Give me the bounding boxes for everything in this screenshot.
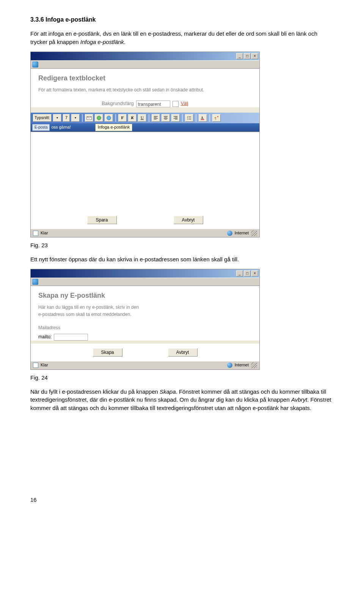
ie-icon	[32, 61, 38, 68]
font-select-dd[interactable]: ▾	[53, 114, 61, 122]
underline-button[interactable]: U	[138, 114, 146, 122]
format-toolbar: Typsnitt: ▾ 7 ▾ F K U A ¶	[31, 113, 259, 123]
window-content: Redigera textblocket För att formatera t…	[31, 69, 259, 107]
bg-input[interactable]: transparent	[136, 101, 170, 107]
background-color-row: Bakgrundsfärg transparent Välj	[102, 100, 188, 107]
svg-point-3	[187, 116, 188, 117]
clear-format-icon[interactable]: ¶	[212, 114, 221, 122]
text-editor-area[interactable]	[31, 132, 259, 211]
svg-point-4	[187, 118, 188, 118]
panel-sub-line2: e-postadress som skall ta emot meddeland…	[38, 311, 252, 318]
text-color-icon[interactable]: A	[199, 114, 207, 122]
window-content: Skapa ny E-postlänk Här kan du lägga til…	[31, 286, 259, 341]
window-min-button[interactable]: _	[236, 270, 243, 276]
globe-icon	[227, 363, 232, 368]
font-select[interactable]: Typsnitt:	[33, 114, 52, 122]
align-left-icon[interactable]	[152, 114, 160, 122]
window-edit-textblock: _ □ × Redigera textblocket För att forma…	[30, 52, 260, 237]
svg-rect-7	[201, 119, 204, 120]
button-row: Skapa Avbryt	[31, 344, 259, 361]
fig-23-label: Fig. 23	[30, 241, 334, 250]
bold-button[interactable]: F	[118, 114, 127, 122]
panel-title: Redigera textblocket	[38, 73, 252, 83]
document-icon	[33, 363, 38, 368]
svg-point-1	[97, 116, 101, 120]
italic-button[interactable]: K	[128, 114, 136, 122]
window-close-button[interactable]: ×	[251, 53, 258, 59]
document-icon	[33, 231, 38, 236]
bg-swatch[interactable]	[173, 101, 179, 107]
bullet-list-icon[interactable]	[185, 114, 193, 122]
p3d: Avbryt	[291, 396, 307, 403]
eposta-rest: oss gärna!	[51, 124, 71, 130]
page-number: 16	[30, 496, 334, 504]
insert-email-tooltip: Infoga e-postlänk	[95, 124, 132, 131]
status-right: Internet	[235, 362, 249, 368]
window-titlebar: _ □ ×	[31, 269, 259, 278]
insert-email-link-button[interactable]	[85, 114, 93, 122]
separator	[149, 114, 149, 122]
status-right: Internet	[235, 230, 249, 236]
eposta-chip[interactable]: E-posta	[32, 124, 50, 131]
p3b: Skapa	[160, 388, 176, 395]
status-bar: Klar Internet	[31, 361, 259, 369]
skapa-button[interactable]: Skapa	[93, 348, 122, 357]
status-left: Klar	[41, 362, 48, 368]
mailadress-label: Mailadress	[38, 325, 252, 331]
edit-row: E-posta oss gärna! Infoga e-postlänk	[31, 123, 259, 132]
paragraph-1: För att infoga en e-postlänk, dvs en län…	[30, 30, 334, 46]
mailto-label: mailto:	[38, 334, 52, 340]
button-row: Spara Avbryt	[31, 211, 259, 229]
panel-sub-line1: Här kan du lägga till en ny e-postlänk, …	[38, 304, 252, 311]
font-size-dd[interactable]: ▾	[71, 114, 80, 122]
mailto-input[interactable]	[54, 334, 88, 341]
bg-label: Bakgrundsfärg	[102, 100, 134, 107]
valj-link[interactable]: Välj	[181, 101, 188, 107]
p1-text-c: .	[124, 39, 126, 45]
svg-point-5	[187, 119, 188, 120]
globe-icon	[227, 231, 232, 236]
window-min-button[interactable]: _	[236, 53, 243, 59]
window-close-button[interactable]: ×	[251, 270, 258, 276]
window-addressbar	[31, 60, 259, 69]
p3a: När du fyllt i e-postadressen klickar du…	[30, 388, 160, 395]
svg-text:A: A	[201, 116, 204, 120]
avbryt-button[interactable]: Avbryt	[168, 348, 198, 357]
separator	[209, 114, 210, 122]
status-left: Klar	[41, 230, 48, 236]
window-titlebar: _ □ ×	[31, 52, 259, 60]
separator	[196, 114, 196, 122]
paragraph-3: När du fyllt i e-postadressen klickar du…	[30, 388, 334, 412]
status-bar: Klar Internet	[31, 229, 259, 237]
p1-text-b: Infoga e-postlänk	[80, 39, 124, 45]
globe-icon[interactable]	[105, 114, 113, 122]
section-heading: 3.3.6 Infoga e-postlänk	[30, 15, 334, 24]
align-right-icon[interactable]	[171, 114, 180, 122]
window-max-button[interactable]: □	[244, 270, 251, 276]
resize-handle-icon[interactable]	[251, 230, 257, 236]
p1-text-a: För att infoga en e-postlänk, dvs en län…	[30, 30, 317, 45]
svg-point-2	[107, 116, 111, 120]
font-size[interactable]: 7	[63, 114, 70, 122]
paragraph-2: Ett nytt fönster öppnas där du kan skriv…	[30, 255, 334, 264]
resize-handle-icon[interactable]	[251, 362, 257, 368]
panel-subtitle: För att formatera texten, markera ett te…	[38, 87, 252, 93]
separator	[115, 114, 116, 122]
spara-button[interactable]: Spara	[87, 216, 117, 224]
mailto-row: mailto:	[38, 334, 252, 341]
align-center-icon[interactable]	[162, 114, 170, 122]
separator	[82, 114, 83, 122]
avbryt-button[interactable]: Avbryt	[174, 216, 203, 224]
separator	[182, 114, 183, 122]
link-icon[interactable]	[95, 114, 103, 122]
panel-title: Skapa ny E-postlänk	[38, 291, 252, 300]
ie-icon	[32, 279, 38, 285]
window-addressbar	[31, 278, 259, 286]
svg-text:¶: ¶	[215, 116, 217, 120]
fig-24-label: Fig. 24	[30, 374, 334, 382]
window-max-button[interactable]: □	[244, 53, 251, 59]
window-create-email-link: _ □ × Skapa ny E-postlänk Här kan du läg…	[30, 269, 260, 370]
